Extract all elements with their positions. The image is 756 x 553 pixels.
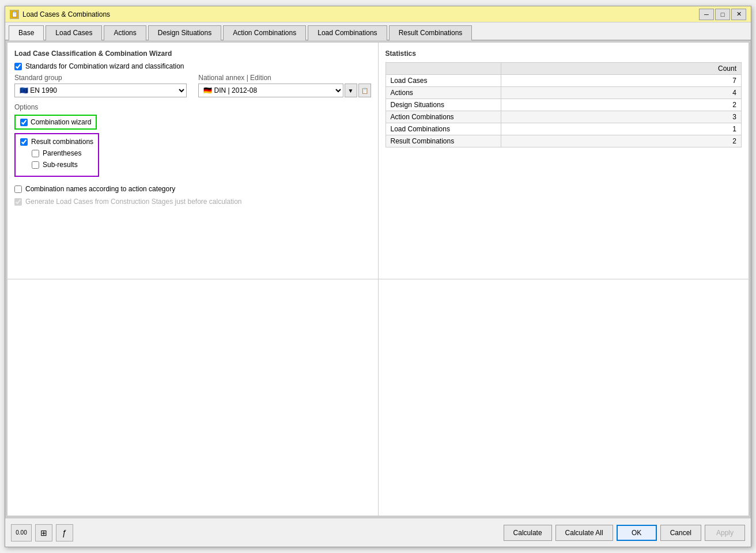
sub-results-checkbox[interactable] [32,161,39,169]
bottom-left-panel [7,279,378,516]
calculate-button[interactable]: Calculate [504,525,552,541]
ok-button[interactable]: OK [617,525,657,541]
tab-load-combinations[interactable]: Load Combinations [308,25,387,40]
stat-label: Design Situations [385,99,501,111]
stat-label: Load Combinations [385,123,501,135]
standard-group-label: Standard group [14,74,187,82]
bottom-right-panel [379,279,749,516]
result-combinations-checkbox[interactable] [20,138,28,146]
stat-label: Action Combinations [385,111,501,123]
combination-wizard-checkbox[interactable] [20,119,28,126]
combination-names-checkbox[interactable] [14,185,22,193]
top-right-panel: Statistics Count Load Cases 7 Actions 4 … [379,43,749,279]
generate-load-cases-row: Generate Load Cases from Construction St… [14,198,371,206]
table-row: Load Combinations 1 [385,123,742,135]
tab-actions[interactable]: Actions [104,25,146,40]
generate-load-cases-label: Generate Load Cases from Construction St… [25,198,242,206]
window-controls: ─ □ ✕ [699,9,746,20]
stat-count: 1 [501,123,742,135]
tab-action-combinations[interactable]: Action Combinations [223,25,306,40]
sub-results-row: Sub-results [32,161,93,169]
combination-wizard-highlight: Combination wizard [14,115,97,130]
tab-base[interactable]: Base [9,25,44,40]
stat-label: Actions [385,87,501,99]
tab-load-cases[interactable]: Load Cases [46,25,102,40]
window-title: Load Cases & Combinations [22,10,699,18]
minimize-button[interactable]: ─ [699,9,714,20]
icon-btn-fx[interactable]: ƒ [56,524,73,541]
tab-result-combinations[interactable]: Result Combinations [389,25,472,40]
options-section: Options Combination wizard Result combin… [14,103,371,206]
combination-wizard-label: Combination wizard [31,118,91,126]
sub-results-label: Sub-results [43,161,78,169]
stat-count: 2 [501,99,742,111]
standards-checkbox-row: Standards for Combination wizard and cla… [14,62,371,70]
stat-label: Load Cases [385,75,501,87]
table-row: Load Cases 7 [385,75,742,87]
standard-group-dropdown[interactable]: 🇪🇺 EN 1990 [14,84,187,97]
maximize-button[interactable]: □ [715,9,730,20]
stat-label: Result Combinations [385,135,501,147]
section-title-classification: Load Case Classification & Combination W… [14,50,371,58]
national-annex-col: National annex | Edition 🇩🇪 DIN | 2012-0… [198,74,371,97]
calculate-all-button[interactable]: Calculate All [555,525,613,541]
table-row: Action Combinations 3 [385,111,742,123]
app-icon: 📋 [10,10,19,19]
form-row-dropdowns: Standard group 🇪🇺 EN 1990 National annex… [14,74,371,97]
stat-count: 4 [501,87,742,99]
cancel-button[interactable]: Cancel [660,525,701,541]
standards-checkbox[interactable] [14,63,22,70]
options-label: Options [14,103,371,111]
stats-count-header: Count [501,63,742,75]
result-combinations-highlight: Result combinations Parentheses Sub-resu… [14,133,99,177]
icon-btn-decimal[interactable]: 0.00 [11,524,32,541]
bottom-buttons: Calculate Calculate All OK Cancel Apply [504,525,745,541]
stat-count: 3 [501,111,742,123]
apply-button[interactable]: Apply [705,525,745,541]
combination-names-label: Combination names according to action ca… [25,185,175,193]
standard-group-col: Standard group 🇪🇺 EN 1990 [14,74,187,97]
parentheses-row: Parentheses [32,149,93,157]
main-window: 📋 Load Cases & Combinations ─ □ ✕ Base L… [5,6,751,547]
parentheses-checkbox[interactable] [32,150,39,157]
standards-checkbox-label: Standards for Combination wizard and cla… [25,62,184,70]
bottom-left-icons: 0.00 ⊞ ƒ [11,524,504,541]
bottom-bar: 0.00 ⊞ ƒ Calculate Calculate All OK Canc… [5,518,751,547]
icon-btn-grid[interactable]: ⊞ [35,524,52,541]
statistics-table: Count Load Cases 7 Actions 4 Design Situ… [385,62,742,147]
national-annex-edit-btn[interactable]: 📋 [358,84,371,97]
content-area: Load Case Classification & Combination W… [5,40,751,518]
combination-names-row: Combination names according to action ca… [14,185,371,193]
close-button[interactable]: ✕ [731,9,746,20]
tab-bar: Base Load Cases Actions Design Situation… [5,22,751,40]
result-combinations-label: Result combinations [31,138,93,146]
title-bar: 📋 Load Cases & Combinations ─ □ ✕ [5,6,751,22]
national-annex-dropdown[interactable]: 🇩🇪 DIN | 2012-08 [198,84,343,97]
stat-count: 7 [501,75,742,87]
tab-design-situations[interactable]: Design Situations [148,25,221,40]
stat-count: 2 [501,135,742,147]
parentheses-label: Parentheses [43,149,81,157]
result-sub-options: Parentheses Sub-results [20,149,93,172]
result-combinations-row: Result combinations [20,138,93,146]
generate-load-cases-checkbox [14,198,22,206]
statistics-title: Statistics [385,50,742,58]
table-row: Design Situations 2 [385,99,742,111]
national-annex-label: National annex | Edition [198,74,371,82]
national-annex-filter-btn[interactable]: ▼ [345,84,357,97]
top-left-panel: Load Case Classification & Combination W… [7,43,378,279]
main-panels: Load Case Classification & Combination W… [5,40,751,518]
table-row: Result Combinations 2 [385,135,742,147]
table-row: Actions 4 [385,87,742,99]
national-annex-group: 🇩🇪 DIN | 2012-08 ▼ 📋 [198,84,371,97]
